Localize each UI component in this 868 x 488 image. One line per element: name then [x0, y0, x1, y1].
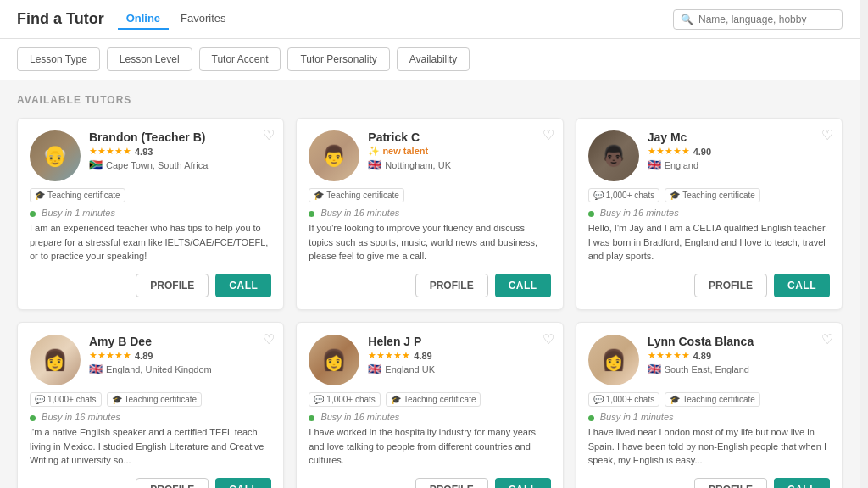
status-dot — [309, 211, 314, 217]
stars: ★★★★★ — [648, 146, 690, 157]
filter-lesson-type[interactable]: Lesson Type — [17, 47, 100, 71]
location-text: Cape Town, South Africa — [106, 160, 208, 170]
badge-icon: 🎓 — [670, 191, 680, 200]
tutor-name: Lynn Costa Blanca — [648, 335, 830, 348]
card-actions: PROFILE CALL — [30, 478, 271, 488]
badges-row: 💬 1,000+ chats 🎓 Teaching certificate — [588, 392, 830, 407]
tutor-card-amy: ♡ 👩 Amy B Dee ★★★★★ 4.89 🇬🇧 England, Uni… — [17, 322, 284, 488]
badge: 🎓 Teaching certificate — [107, 392, 203, 407]
status-row: Busy in 16 minutes — [309, 412, 550, 422]
favorite-button[interactable]: ♡ — [821, 127, 833, 143]
card-actions: PROFILE CALL — [588, 478, 830, 488]
new-talent-badge: ✨ new talent — [368, 146, 428, 157]
badge: 💬 1,000+ chats — [588, 188, 660, 202]
favorite-button[interactable]: ♡ — [263, 331, 275, 347]
call-button[interactable]: CALL — [774, 478, 830, 488]
tab-favorites[interactable]: Favorites — [172, 8, 234, 30]
tutor-info: Amy B Dee ★★★★★ 4.89 🇬🇧 England, United … — [89, 335, 271, 377]
section-title: AVAILABLE TUTORS — [17, 94, 843, 106]
tutor-card-patrick: ♡ 👨 Patrick C ✨ new talent 🇬🇧 Nottingham… — [296, 118, 563, 310]
stars: ★★★★★ — [368, 350, 410, 361]
avatar-placeholder: 👨 — [309, 130, 359, 181]
status-text: Busy in 16 minutes — [42, 412, 120, 422]
call-button[interactable]: CALL — [215, 478, 271, 488]
location-text: Nottingham, UK — [385, 160, 451, 170]
status-text: Busy in 1 minutes — [600, 412, 674, 422]
badge: 💬 1,000+ chats — [309, 392, 381, 407]
badge-label: 1,000+ chats — [606, 191, 655, 200]
search-input[interactable] — [698, 14, 835, 25]
main-content: AVAILABLE TUTORS ♡ 👴 Brandon (Teacher B)… — [0, 80, 860, 488]
rating-row: ★★★★★ 4.93 — [89, 146, 271, 157]
filter-lesson-level[interactable]: Lesson Level — [107, 47, 192, 71]
badge-icon: 🎓 — [35, 191, 45, 200]
call-button[interactable]: CALL — [495, 478, 551, 488]
tutor-description: I am an experienced teacher who has tips… — [30, 221, 271, 265]
profile-button[interactable]: PROFILE — [415, 478, 488, 488]
profile-button[interactable]: PROFILE — [136, 274, 209, 297]
location-row: 🇬🇧 England, United Kingdom — [89, 363, 271, 375]
card-actions: PROFILE CALL — [309, 274, 550, 297]
nav-tabs: Online Favorites — [118, 8, 235, 30]
status-row: Busy in 1 minutes — [30, 208, 271, 218]
rating-value: 4.93 — [135, 147, 153, 157]
card-header: 👨🏿 Jay Mc ★★★★★ 4.90 🇬🇧 England — [588, 130, 830, 181]
status-dot — [30, 415, 36, 421]
location-text: England — [665, 160, 698, 170]
flag-icon: 🇬🇧 — [368, 158, 381, 171]
favorite-button[interactable]: ♡ — [542, 127, 554, 143]
badge-label: Teaching certificate — [403, 395, 476, 404]
header: Find a Tutor Online Favorites 🔍 — [0, 0, 860, 39]
stars: ★★★★★ — [89, 146, 131, 157]
status-text: Busy in 16 minutes — [320, 412, 399, 422]
tutor-description: Hello, I'm Jay and I am a CELTA qualifie… — [588, 221, 830, 265]
favorite-button[interactable]: ♡ — [821, 331, 833, 347]
profile-button[interactable]: PROFILE — [415, 274, 488, 297]
filter-tutor-accent[interactable]: Tutor Accent — [199, 47, 281, 71]
badge: 🎓 Teaching certificate — [386, 392, 481, 407]
badge-icon: 🎓 — [391, 395, 401, 404]
favorite-button[interactable]: ♡ — [542, 331, 554, 347]
search-box: 🔍 — [673, 9, 843, 30]
filter-bar: Lesson Type Lesson Level Tutor Accent Tu… — [0, 39, 860, 80]
card-header: 👴 Brandon (Teacher B) ★★★★★ 4.93 🇿🇦 Cape… — [30, 130, 271, 181]
avatar-placeholder: 👴 — [30, 130, 81, 181]
rating-value: 4.89 — [414, 351, 431, 361]
avatar: 👨 — [309, 130, 359, 181]
stars: ★★★★★ — [89, 350, 131, 361]
flag-icon: 🇬🇧 — [368, 363, 381, 375]
badge: 🎓 Teaching certificate — [665, 188, 760, 202]
tutor-description: If you're looking to improve your fluenc… — [309, 221, 550, 265]
tab-online[interactable]: Online — [118, 8, 169, 30]
filter-availability[interactable]: Availability — [397, 47, 470, 71]
avatar: 👨🏿 — [588, 130, 639, 181]
call-button[interactable]: CALL — [215, 274, 271, 297]
call-button[interactable]: CALL — [495, 274, 551, 297]
badge: 🎓 Teaching certificate — [309, 188, 404, 202]
avatar-placeholder: 👩 — [30, 335, 81, 385]
search-icon: 🔍 — [681, 14, 693, 25]
profile-button[interactable]: PROFILE — [694, 274, 767, 297]
profile-button[interactable]: PROFILE — [694, 478, 767, 488]
call-button[interactable]: CALL — [774, 274, 830, 297]
tutor-description: I have lived near London most of my life… — [588, 425, 830, 469]
favorite-button[interactable]: ♡ — [263, 127, 275, 143]
badge-label: 1,000+ chats — [606, 395, 655, 404]
flag-icon: 🇿🇦 — [89, 158, 103, 171]
page-title: Find a Tutor — [17, 10, 104, 28]
scrollbar[interactable] — [860, 0, 868, 488]
tutor-name: Brandon (Teacher B) — [89, 130, 271, 144]
tutor-card-lynn: ♡ 👩 Lynn Costa Blanca ★★★★★ 4.89 🇬🇧 Sout… — [576, 322, 843, 488]
profile-button[interactable]: PROFILE — [136, 478, 209, 488]
badge-label: 1,000+ chats — [47, 395, 97, 404]
filter-tutor-personality[interactable]: Tutor Personality — [287, 47, 389, 71]
tutor-info: Lynn Costa Blanca ★★★★★ 4.89 🇬🇧 South Ea… — [648, 335, 830, 377]
location-row: 🇬🇧 England — [648, 158, 830, 171]
tutor-card-jay: ♡ 👨🏿 Jay Mc ★★★★★ 4.90 🇬🇧 England 💬 1,00… — [576, 118, 843, 310]
status-row: Busy in 16 minutes — [588, 208, 830, 218]
badges-row: 🎓 Teaching certificate — [309, 188, 550, 202]
badge: 💬 1,000+ chats — [30, 392, 102, 407]
status-dot — [588, 211, 594, 217]
flag-icon: 🇬🇧 — [648, 363, 661, 375]
card-actions: PROFILE CALL — [30, 274, 271, 297]
